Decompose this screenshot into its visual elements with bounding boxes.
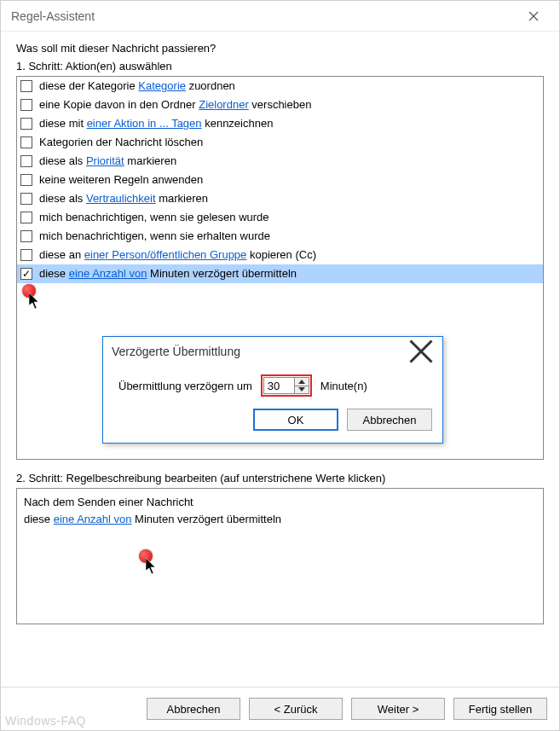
close-icon — [528, 11, 539, 21]
action-checkbox[interactable] — [20, 99, 32, 111]
action-label: diese eine Anzahl von Minuten verzögert … — [39, 265, 297, 282]
action-label: eine Kopie davon in den Ordner Zielordne… — [39, 96, 311, 113]
action-checkbox[interactable] — [20, 249, 32, 261]
action-label: diese als Priorität markieren — [39, 153, 176, 170]
spinner-buttons — [294, 377, 309, 394]
dialog-titlebar: Verzögerte Übermittlung — [103, 337, 442, 366]
action-label: keine weiteren Regeln anwenden — [39, 171, 203, 189]
action-row[interactable]: mich benachrichtigen, wenn sie gelesen w… — [17, 208, 543, 227]
spinner-up-button[interactable] — [295, 378, 309, 386]
delay-input[interactable] — [263, 377, 294, 394]
action-label: diese an einer Person/öffentlichen Grupp… — [39, 247, 316, 264]
action-row[interactable]: keine weiteren Regeln anwenden — [17, 171, 543, 189]
chevron-up-icon — [298, 380, 305, 384]
delay-spinner-highlight — [261, 374, 312, 397]
dialog-cancel-button[interactable]: Abbrechen — [347, 409, 432, 431]
delay-label-pre: Übermittlung verzögern um — [118, 380, 252, 392]
dialog-ok-button[interactable]: OK — [253, 409, 338, 431]
dialog-title: Verzögerte Übermittlung — [112, 345, 408, 358]
action-value-link[interactable]: Priorität — [86, 154, 124, 167]
action-row[interactable]: diese an einer Person/öffentlichen Grupp… — [17, 246, 543, 264]
action-label: Kategorien der Nachricht löschen — [39, 134, 203, 151]
action-row[interactable]: eine Kopie davon in den Ordner Zielordne… — [17, 96, 543, 114]
action-checkbox[interactable] — [20, 193, 32, 205]
finish-button[interactable]: Fertig stellen — [453, 698, 547, 720]
action-label: diese der Kategorie Kategorie zuordnen — [39, 78, 235, 95]
action-checkbox[interactable] — [20, 230, 32, 242]
wizard-button-row: Abbrechen < Zurück Weiter > Fertig stell… — [1, 687, 559, 730]
action-row[interactable]: diese mit einer Aktion in ... Tagen kenn… — [17, 114, 543, 133]
step2-label: 2. Schritt: Regelbeschreibung bearbeiten… — [16, 472, 544, 484]
delay-label-post: Minute(n) — [320, 380, 367, 392]
action-value-link[interactable]: Vertraulichkeit — [86, 192, 156, 205]
dialog-button-row: OK Abbrechen — [103, 409, 442, 443]
back-button[interactable]: < Zurück — [249, 698, 343, 720]
action-value-link[interactable]: einer Person/öffentlichen Gruppe — [84, 248, 247, 261]
action-label: diese als Vertraulichkeit markieren — [39, 190, 208, 207]
next-button[interactable]: Weiter > — [351, 698, 445, 720]
action-row[interactable]: mich benachrichtigen, wenn sie erhalten … — [17, 227, 543, 246]
chevron-down-icon — [298, 387, 305, 392]
spinner-down-button[interactable] — [295, 386, 309, 394]
close-icon — [408, 339, 434, 364]
action-row[interactable]: diese der Kategorie Kategorie zuordnen — [17, 77, 543, 96]
action-row[interactable]: diese eine Anzahl von Minuten verzögert … — [17, 264, 543, 283]
action-label: mich benachrichtigen, wenn sie gelesen w… — [39, 209, 269, 226]
description-line2: diese eine Anzahl von Minuten verzögert … — [24, 511, 536, 528]
titlebar: Regel-Assistent — [1, 1, 559, 32]
action-checkbox[interactable] — [20, 136, 32, 148]
action-value-link[interactable]: einer Aktion in ... Tagen — [87, 117, 202, 130]
delay-amount-link[interactable]: eine Anzahl von — [54, 513, 132, 525]
dialog-close-button[interactable] — [408, 339, 434, 364]
action-value-link[interactable]: Zielordner — [199, 98, 249, 111]
action-value-link[interactable]: Kategorie — [138, 79, 186, 92]
action-row[interactable]: diese als Priorität markieren — [17, 152, 543, 171]
action-checkbox[interactable] — [20, 174, 32, 186]
rule-description-box: Nach dem Senden einer Nachricht diese ei… — [16, 488, 544, 624]
window-title: Regel-Assistent — [11, 9, 518, 23]
step1-label: 1. Schritt: Aktion(en) auswählen — [16, 60, 544, 73]
cancel-button[interactable]: Abbrechen — [147, 698, 240, 720]
action-value-link[interactable]: eine Anzahl von — [69, 267, 147, 280]
description-line1: Nach dem Senden einer Nachricht — [24, 494, 536, 511]
action-row[interactable]: Kategorien der Nachricht löschen — [17, 133, 543, 152]
window-close-button[interactable] — [518, 1, 549, 32]
action-checkbox[interactable] — [20, 80, 32, 92]
delay-dialog: Verzögerte Übermittlung Übermittlung ver… — [102, 336, 443, 444]
dialog-body: Übermittlung verzögern um Minute(n) — [103, 366, 442, 409]
action-label: mich benachrichtigen, wenn sie erhalten … — [39, 228, 270, 245]
wizard-question: Was soll mit dieser Nachricht passieren? — [16, 42, 544, 55]
action-checkbox[interactable] — [20, 118, 32, 130]
action-checkbox[interactable] — [20, 212, 32, 223]
action-row[interactable]: diese als Vertraulichkeit markieren — [17, 189, 543, 208]
action-label: diese mit einer Aktion in ... Tagen kenn… — [39, 115, 273, 132]
action-checkbox[interactable] — [20, 268, 32, 280]
action-checkbox[interactable] — [20, 155, 32, 167]
